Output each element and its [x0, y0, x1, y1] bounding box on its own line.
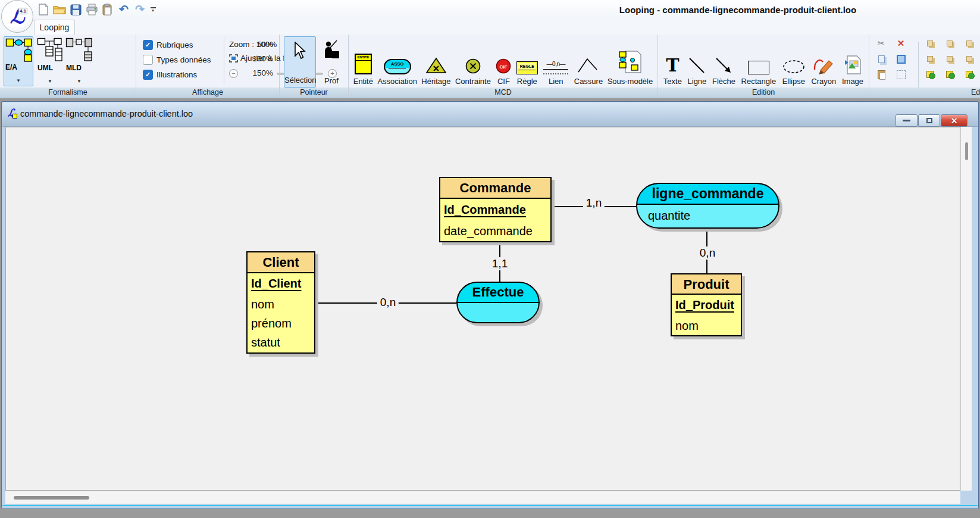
entity-attribute: nom — [672, 317, 741, 336]
horizontal-scrollbar-thumb[interactable] — [14, 496, 89, 500]
copy-icon[interactable] — [876, 54, 887, 64]
entity-commande[interactable]: Commande Id_Commande date_commande — [439, 177, 552, 242]
association-effectue[interactable]: Effectue — [456, 282, 540, 323]
crayon-tool[interactable]: Crayon — [810, 37, 837, 87]
print-icon[interactable] — [85, 3, 98, 16]
chevron-down-icon[interactable]: ▼ — [65, 79, 93, 84]
regle-icon: REGLE — [516, 61, 538, 74]
checkbox-rubriques[interactable]: ✓ Rubriques — [143, 39, 193, 50]
redo-icon[interactable]: ↷ — [133, 3, 146, 16]
group-label-edition: Edition — [869, 88, 980, 98]
sous-modele-tool[interactable]: Sous-modèle — [607, 37, 654, 87]
ribbon-tab-row: Looping — [0, 19, 980, 35]
cardinality-label[interactable]: 0,n — [377, 296, 399, 309]
cursor-arrow-icon — [293, 42, 307, 60]
diagram-canvas[interactable]: 1,n 1,1 0,n 0,n Commande Id_Commande dat… — [5, 127, 960, 491]
open-folder-icon[interactable] — [53, 3, 66, 16]
ellipse-icon — [782, 59, 806, 74]
checkbox-checked-icon: ✓ — [143, 70, 153, 80]
lock-icon[interactable] — [925, 69, 935, 80]
group-illustration: T Texte Ligne Flèche Rectangle — [658, 35, 869, 98]
move-selection-icon[interactable] — [896, 69, 906, 80]
ligne-tool[interactable]: Ligne — [687, 37, 707, 87]
checkbox-types-donnees[interactable]: Types données — [143, 54, 211, 65]
vertical-scrollbar-thumb[interactable] — [965, 142, 968, 160]
entity-produit[interactable]: Produit Id_Produit nom — [671, 273, 742, 336]
prof-button[interactable]: Prof — [318, 36, 345, 88]
cut-icon[interactable]: ✂ — [876, 38, 887, 49]
entity-attribute: statut — [248, 333, 314, 352]
zoom-preset-100[interactable]: 100% — [252, 54, 273, 63]
formalisme-uml-button[interactable]: UML ▼ — [36, 36, 64, 86]
selection-button[interactable]: Sélection — [284, 36, 316, 88]
image-tool[interactable]: Image — [841, 37, 864, 87]
paste-icon[interactable] — [101, 3, 114, 16]
maximize-button[interactable] — [918, 114, 940, 127]
text-icon: T — [666, 57, 679, 74]
delete-icon[interactable]: ✕ — [896, 38, 906, 49]
association-ligne-commande[interactable]: ligne_commande quantite — [636, 183, 779, 229]
prof-label: Prof — [318, 76, 345, 85]
select-all-icon[interactable] — [896, 54, 906, 64]
send-back-icon[interactable] — [925, 54, 935, 64]
chevron-down-icon[interactable]: ▼ — [36, 79, 64, 84]
contrainte-tool[interactable]: Contrainte — [455, 37, 491, 87]
zoom-preset-150[interactable]: 150% — [252, 68, 273, 77]
regle-tool[interactable]: REGLE Règle — [516, 37, 538, 87]
association-title: ligne_commande — [637, 184, 778, 205]
color-icon[interactable] — [964, 69, 975, 80]
unlock-icon[interactable] — [944, 69, 955, 80]
customize-toolbar-icon[interactable]: ▼ — [149, 3, 156, 16]
new-file-icon[interactable] — [37, 3, 50, 16]
cardinality-label[interactable]: 1,1 — [489, 257, 511, 270]
image-icon — [844, 55, 861, 74]
send-backward-icon[interactable] — [944, 54, 955, 64]
mld-icon — [65, 38, 93, 61]
entity-title: Commande — [440, 178, 550, 199]
vertical-scrollbar[interactable] — [960, 127, 972, 491]
chevron-down-icon[interactable]: ▼ — [4, 78, 33, 83]
paste-small-icon[interactable] — [876, 69, 887, 80]
minimize-button[interactable] — [896, 114, 918, 127]
entite-tool[interactable]: ENTITE Entité — [353, 37, 374, 87]
formalisme-ea-label: E/A — [5, 63, 17, 71]
formalisme-mld-button[interactable]: MLD ▼ — [65, 36, 93, 86]
app-menu-button[interactable]: ℒ 4.1 — [1, 0, 33, 33]
line-icon — [688, 57, 706, 74]
cif-tool[interactable]: CIF CIF — [494, 37, 512, 87]
entity-client[interactable]: Client Id_Client nom prénom statut — [246, 251, 315, 354]
align-icon[interactable] — [964, 38, 975, 49]
bring-forward-icon[interactable] — [944, 38, 955, 49]
checkbox-illustrations[interactable]: ✓ Illustrations — [143, 69, 197, 80]
undo-icon[interactable]: ↶ — [117, 3, 130, 16]
entity-attribute: Id_Produit — [672, 295, 741, 317]
lien-tool[interactable]: —0,n— Lien — [541, 37, 570, 87]
heritage-icon — [425, 57, 447, 74]
fleche-tool[interactable]: Flèche — [712, 37, 736, 87]
rectangle-tool[interactable]: Rectangle — [741, 37, 777, 87]
cardinality-label[interactable]: 1,n — [583, 196, 605, 210]
formalisme-ea-button[interactable]: E/A ▼ — [4, 36, 33, 86]
horizontal-scrollbar[interactable] — [5, 491, 960, 504]
logo-version: 4.1 — [18, 8, 27, 14]
zoom-out-icon[interactable]: − — [229, 69, 238, 78]
group-icon[interactable] — [964, 54, 975, 64]
group-pointeur: Sélection Prof Pointeur — [280, 35, 349, 98]
rectangle-icon — [748, 61, 769, 74]
entity-title: Produit — [672, 274, 741, 295]
close-button[interactable]: ✕ — [941, 114, 968, 127]
texte-tool[interactable]: T Texte — [663, 37, 682, 87]
association-tool[interactable]: ASSO Association — [377, 37, 417, 87]
zoom-preset-50[interactable]: 50% — [257, 40, 273, 49]
cassure-tool[interactable]: Cassure — [574, 37, 603, 87]
ellipse-tool[interactable]: Ellipse — [781, 37, 806, 87]
formalisme-uml-label: UML — [37, 64, 53, 72]
bring-front-icon[interactable] — [925, 38, 935, 49]
app-titlebar: Looping - commande-lignecommande-produit… — [0, 0, 980, 19]
document-titlebar[interactable]: ℒ commande-lignecommande-produit-client.… — [2, 102, 978, 127]
contrainte-icon — [465, 58, 481, 74]
save-icon[interactable] — [69, 3, 82, 16]
cardinality-label[interactable]: 0,n — [697, 246, 718, 260]
heritage-tool[interactable]: Héritage — [421, 37, 451, 87]
tab-looping[interactable]: Looping — [34, 20, 75, 35]
